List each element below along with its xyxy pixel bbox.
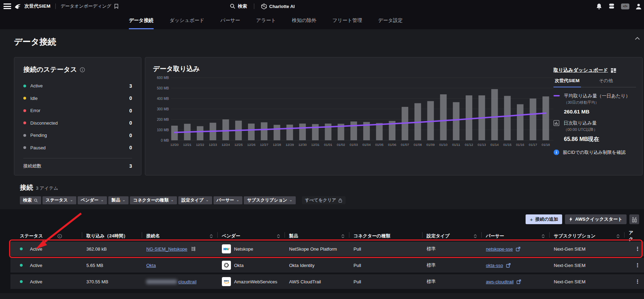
charlotte-ai-icon [261, 3, 267, 9]
charlotte-ai[interactable]: Charlotte AI [261, 3, 295, 9]
info-icon[interactable] [80, 67, 85, 72]
lock-icon [338, 198, 342, 203]
filter-product[interactable]: 製品⌄ [108, 196, 129, 204]
col-header-parser[interactable]: パーサー [486, 230, 554, 242]
parser-link[interactable]: netskope-sse [486, 246, 513, 252]
tab-parsers[interactable]: パーサー [220, 17, 240, 29]
svg-text:01/15: 01/15 [503, 143, 512, 147]
tab-dashboards[interactable]: ダッシュボード [170, 17, 204, 29]
api-code-icon[interactable]: </> [621, 3, 629, 9]
filter-parser[interactable]: パーサー⌄ [214, 196, 243, 204]
table-row-cloudtrail[interactable]: Active 370.55 MB cloudtrail aws AmazonWe… [10, 274, 644, 289]
status-total-row: 接続総数 3 [23, 158, 132, 173]
tab-data-connections[interactable]: データ接続 [129, 17, 154, 29]
filter-connector-type[interactable]: コネクターの種類⌄ [130, 196, 177, 204]
sort-icon[interactable] [341, 234, 344, 238]
aws-vendor-icon: aws [222, 277, 231, 286]
col-header-connection-name[interactable]: 接続名 [146, 230, 222, 242]
col-header-config-type[interactable]: 設定タイプ [427, 230, 486, 242]
filter-vendor[interactable]: ベンダー⌄ [78, 196, 107, 204]
add-connection-button[interactable]: +接続の追加 [526, 214, 562, 224]
tab-other[interactable]: その他 [598, 78, 614, 87]
svg-text:01/02: 01/02 [337, 143, 345, 147]
parser-link[interactable]: okta-sso [486, 263, 503, 268]
connections-table: +接続の追加 AWSクイックスタート ステータス 取り込み（24時間） 接続名 … [0, 209, 644, 293]
messages-icon[interactable] [608, 3, 615, 9]
connection-name-link[interactable]: cloudtrail [178, 279, 196, 284]
svg-text:12/28: 12/28 [273, 143, 281, 147]
search-icon [34, 198, 38, 203]
column-settings-button[interactable] [629, 214, 639, 224]
svg-text:400 MB: 400 MB [157, 97, 169, 101]
filter-subscription[interactable]: サブスクリプション⌄ [244, 196, 295, 204]
sort-icon[interactable] [277, 234, 280, 238]
svg-text:200 MB: 200 MB [157, 118, 169, 121]
status-dot-idle [23, 97, 26, 100]
ingest-side-panel: 取り込みダッシュボード 次世代SIEM その他 平均取り込み量（一日あたり） （… [553, 64, 636, 175]
col-header-actions: アク... [629, 230, 644, 242]
svg-text:01/13: 01/13 [478, 143, 486, 147]
filter-config-type[interactable]: 設定タイプ⌄ [178, 196, 212, 204]
collapse-section-icon[interactable] [635, 37, 640, 40]
user-profile-icon[interactable] [635, 3, 642, 10]
ingest-dashboard-link[interactable]: 取り込みダッシュボード [553, 67, 608, 73]
tab-next-gen-siem[interactable]: 次世代SIEM [553, 78, 581, 87]
notifications-bell-icon[interactable] [596, 3, 602, 10]
table-row-okta[interactable]: Active 5.65 MB Okta Okta Okta Identity P… [10, 258, 644, 273]
status-list: Active 3 Idle 0 Error 0 Disconnected 0 P… [23, 80, 132, 154]
sort-icon[interactable] [474, 234, 477, 238]
col-header-vendor[interactable]: ベンダー [222, 230, 289, 242]
status-row-idle: Idle 0 [23, 92, 132, 105]
external-link-icon [517, 280, 521, 284]
search-filter[interactable]: 検索 [20, 196, 41, 204]
sort-icon[interactable] [542, 234, 545, 238]
avg-ingest-value: 260.61 MB [564, 109, 636, 115]
filter-status[interactable]: ステータス⌄ [42, 196, 76, 204]
svg-text:01/04: 01/04 [362, 143, 371, 147]
data-pipeline-tree-icon[interactable] [191, 246, 196, 252]
tab-fleet-management[interactable]: フリート管理 [333, 17, 362, 29]
col-header-subscription[interactable]: サブスクリプション [554, 230, 629, 242]
bookmark-icon[interactable] [114, 4, 118, 9]
status-dot-disconnected [23, 121, 26, 124]
svg-text:12/21: 12/21 [183, 143, 192, 147]
status-card-title: 接続のステータス [23, 65, 77, 74]
connection-name-link[interactable]: Okta [146, 263, 156, 268]
col-header-status: ステータス [20, 230, 86, 242]
parser-link[interactable]: aws-cloudtrail [486, 279, 513, 284]
ingest-panel-tabs: 次世代SIEM その他 [553, 78, 636, 87]
tab-alerts[interactable]: アラート [256, 17, 276, 29]
row-actions-menu[interactable]: ⋮ [633, 278, 642, 285]
connection-name-link[interactable]: NG-SIEM_Netskope [146, 246, 187, 252]
row-actions-menu[interactable]: ⋮ [633, 262, 642, 268]
clear-all-filters[interactable]: すべてをクリア [302, 196, 346, 204]
divider [254, 3, 254, 9]
col-header-product[interactable]: 製品 [289, 230, 354, 242]
tab-detection-exclusions[interactable]: 検知の除外 [292, 17, 316, 29]
svg-text:12/22: 12/22 [196, 143, 204, 147]
daily-ingest-value: 65.86 MB現在 [564, 136, 636, 143]
info-icon[interactable] [57, 234, 62, 238]
status-row-disconnected: Disconnected 0 [23, 117, 132, 129]
falcon-logo-icon[interactable] [14, 2, 22, 10]
svg-text:12/30: 12/30 [298, 143, 307, 147]
status-dot-pending [23, 134, 26, 137]
menu-icon[interactable] [3, 3, 11, 9]
row-actions-menu[interactable]: ⋮ [633, 246, 642, 252]
svg-text:01/07: 01/07 [401, 143, 409, 147]
app-title: 次世代SIEM [24, 3, 51, 9]
tab-data-settings[interactable]: データ設定 [378, 17, 403, 29]
breadcrumb: データオンボーディング [61, 3, 111, 9]
chart-title: データ取り込み [153, 64, 553, 73]
parent-cid-limit-link[interactable]: 親CIDでの取り込み制限を確認 [563, 149, 626, 156]
global-search[interactable]: 検索 [230, 3, 247, 9]
connections-title: 接続 [20, 183, 33, 192]
sort-icon[interactable] [616, 234, 620, 238]
sort-icon[interactable] [210, 234, 213, 238]
svg-text:12/26: 12/26 [247, 143, 256, 147]
svg-text:01/01: 01/01 [324, 143, 332, 147]
aws-quickstart-button[interactable]: AWSクイックスタート [565, 214, 627, 224]
table-row-netskope[interactable]: Active 362.08 kB NG-SIEM_Netskope Netsko… [10, 242, 644, 256]
svg-text:12/23: 12/23 [209, 143, 217, 147]
svg-text:01/08: 01/08 [414, 143, 422, 147]
